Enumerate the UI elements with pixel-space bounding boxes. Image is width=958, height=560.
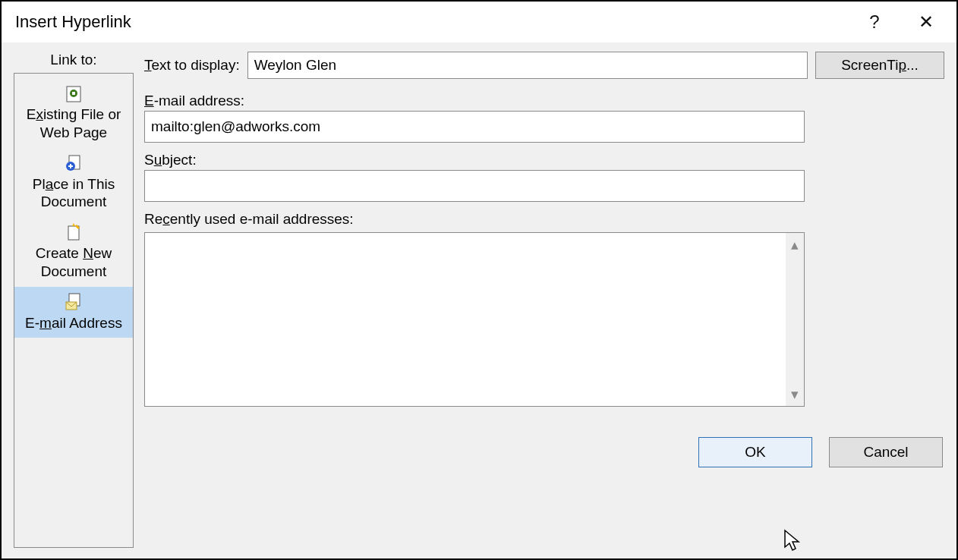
email-address-label: E-mail address: [144, 93, 805, 109]
create-new-doc-icon [63, 222, 84, 243]
place-in-doc-icon [63, 153, 84, 174]
dialog-footer: OK Cancel [144, 437, 944, 467]
linkto-item-label: E-mail Address [25, 314, 122, 332]
recent-emails-label: Recently used e-mail addresses: [144, 211, 805, 228]
linkto-email-address[interactable]: E-mail Address [14, 287, 133, 338]
email-address-input[interactable] [144, 111, 805, 143]
recent-emails-scrollbar[interactable]: ▴ ▾ [786, 233, 804, 406]
linkto-place-in-doc[interactable]: Place in This Document [14, 148, 133, 218]
subject-label: Subject: [144, 152, 805, 168]
linkto-item-label: Place in This Document [17, 175, 130, 212]
titlebar: Insert Hyperlink ? ✕ [2, 2, 956, 42]
linkto-column: Link to: Existing File or Web Page Place… [14, 52, 134, 548]
linkto-existing-file[interactable]: Existing File or Web Page [14, 78, 133, 148]
linkto-item-label: Existing File or Web Page [17, 105, 130, 142]
svg-rect-2 [72, 92, 75, 95]
help-button[interactable]: ? [858, 5, 891, 39]
dialog-title: Insert Hyperlink [15, 12, 840, 32]
linkto-create-new-doc[interactable]: Create New Document [14, 217, 133, 287]
email-address-icon [63, 291, 84, 313]
text-to-display-input[interactable] [247, 52, 808, 79]
linkto-heading: Link to: [14, 52, 134, 68]
dialog-body: Link to: Existing File or Web Page Place… [2, 42, 956, 558]
ok-button[interactable]: OK [698, 437, 812, 467]
cancel-button[interactable]: Cancel [829, 437, 943, 467]
recent-emails-listbox[interactable]: ▴ ▾ [144, 232, 805, 407]
linkto-list: Existing File or Web Page Place in This … [14, 73, 134, 548]
email-form: E-mail address: Subject: Recently used e… [144, 93, 805, 407]
screentip-button[interactable]: ScreenTip... [815, 52, 944, 79]
insert-hyperlink-dialog: Insert Hyperlink ? ✕ Link to: Existing F… [0, 0, 958, 560]
existing-file-icon [63, 83, 84, 104]
close-button[interactable]: ✕ [909, 5, 943, 39]
text-to-display-row: Text to display: ScreenTip... [144, 52, 944, 79]
main-column: Text to display: ScreenTip... E-mail add… [144, 52, 944, 548]
linkto-item-label: Create New Document [17, 244, 130, 281]
text-to-display-label: Text to display: [144, 57, 240, 74]
subject-input[interactable] [144, 170, 805, 202]
scroll-down-icon[interactable]: ▾ [791, 385, 799, 403]
scroll-up-icon[interactable]: ▴ [791, 236, 799, 253]
